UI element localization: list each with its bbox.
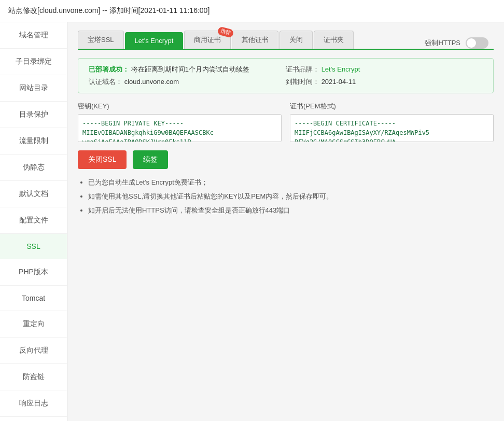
force-https-container: 强制HTTPS [425,37,494,49]
cert-brand-label: 证书品牌： [286,65,319,73]
force-https-label: 强制HTTPS [425,38,460,48]
sidebar-item-phpver[interactable]: PHP版本 [0,259,67,286]
key-cert-section: 密钥(KEY) -----BEGIN PRIVATE KEY----- MIIE… [78,102,494,142]
cert-domain-label: 认证域名： [89,78,122,86]
sidebar-item-sitedir[interactable]: 网站目录 [0,75,67,102]
sidebar-item-dirprotect[interactable]: 目录保护 [0,102,67,128]
page-title: 站点修改[cloud.unvone.com] -- 添加时间[2021-01-1… [8,6,209,16]
cert-expire-field: 到期时间： 2021-04-11 [286,77,483,87]
sidebar-item-ratelimit[interactable]: 流量限制 [0,128,67,155]
sidebar-item-config[interactable]: 配置文件 [0,207,67,234]
cert-area: 证书(PEM格式) -----BEGIN CERTIFICATE----- MI… [290,102,494,142]
sidebar-item-ssl[interactable]: SSL [0,234,67,259]
note-item-1: 已为您自动生成Let's Encrypt免费证书； [88,177,494,188]
deploy-status-label: 已部署成功： [89,65,129,73]
top-bar: 站点修改[cloud.unvone.com] -- 添加时间[2021-01-1… [0,0,504,22]
tab-lets-encrypt[interactable]: Let's Encrypt [125,32,184,49]
cert-domain-field: 认证域名： cloud.unvone.com [89,77,286,87]
sidebar-item-pseudostatic[interactable]: 伪静态 [0,155,67,181]
cert-domain-value: cloud.unvone.com [124,78,179,86]
sidebar-item-subdir[interactable]: 子目录绑定 [0,49,67,75]
cert-brand-value: Let's Encrypt [321,65,360,73]
deploy-status-text: 将在距离到期时间1个月内尝试自动续签 [131,65,249,73]
tab-close[interactable]: 关闭 [279,31,313,49]
key-area: 密钥(KEY) -----BEGIN PRIVATE KEY----- MIIE… [78,102,282,142]
sidebar-item-tomcat[interactable]: Tomcat [0,286,67,311]
ssl-info-box: 已部署成功： 将在距离到期时间1个月内尝试自动续签 证书品牌： Let's En… [78,58,494,93]
cert-textarea[interactable]: -----BEGIN CERTIFICATE----- MIIFjCCBA6gA… [290,114,494,142]
sidebar-item-accesslog[interactable]: 响应日志 [0,390,67,417]
tab-baota-ssl[interactable]: 宝塔SSL [78,31,124,49]
sidebar-item-hotlink[interactable]: 防盗链 [0,364,67,390]
tab-other-cert[interactable]: 其他证书 [232,31,278,49]
sidebar: 域名管理 子目录绑定 网站目录 目录保护 流量限制 伪静态 默认文档 配置文件 … [0,22,67,421]
cert-brand-field: 证书品牌： Let's Encrypt [286,65,483,74]
note-item-2: 如需使用其他SSL,请切换其他证书后粘贴您的KEY以及PEM内容，然后保存即可。 [88,191,494,202]
content-area: 宝塔SSL Let's Encrypt 商用证书 推荐 其他证书 关闭 证书夹 … [67,22,504,421]
sidebar-item-reverseproxy[interactable]: 反向代理 [0,338,67,364]
cert-label: 证书(PEM格式) [290,102,494,111]
force-https-toggle[interactable] [466,37,488,49]
tab-badge-promoted: 推荐 [217,26,234,38]
key-label: 密钥(KEY) [78,102,282,111]
renew-button[interactable]: 续签 [133,150,168,169]
note-item-3: 如开启后无法使用HTTPS访问，请检查安全组是否正确放行443端口 [88,205,494,216]
close-ssl-button[interactable]: 关闭SSL [78,150,127,169]
tab-commercial[interactable]: 商用证书 推荐 [184,31,231,49]
cert-expire-value: 2021-04-11 [321,78,356,86]
sidebar-item-redirect[interactable]: 重定向 [0,311,67,338]
action-buttons: 关闭SSL 续签 [78,150,494,169]
tab-cert-dir[interactable]: 证书夹 [314,31,354,49]
deploy-status: 已部署成功： 将在距离到期时间1个月内尝试自动续签 [89,65,286,74]
tab-bar: 宝塔SSL Let's Encrypt 商用证书 推荐 其他证书 关闭 证书夹 … [78,31,494,50]
key-textarea[interactable]: -----BEGIN PRIVATE KEY----- MIIEvQIBADAN… [78,114,282,142]
sidebar-item-defaultdoc[interactable]: 默认文档 [0,181,67,207]
sidebar-item-domain[interactable]: 域名管理 [0,22,67,49]
notes-list: 已为您自动生成Let's Encrypt免费证书； 如需使用其他SSL,请切换其… [78,177,494,216]
cert-expire-label: 到期时间： [286,78,319,86]
